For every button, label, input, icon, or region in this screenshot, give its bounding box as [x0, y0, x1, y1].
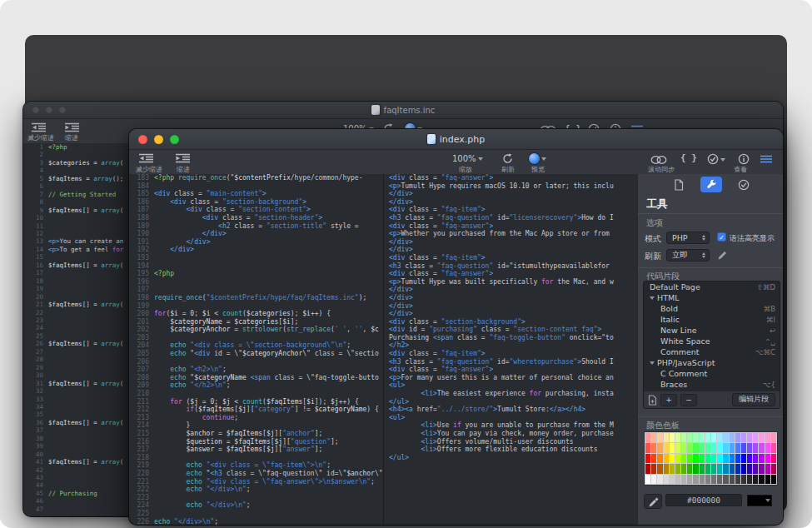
color-swatch[interactable]: [657, 443, 662, 452]
color-swatch[interactable]: [723, 433, 728, 442]
color-swatch[interactable]: [645, 475, 650, 484]
color-swatch[interactable]: [705, 433, 710, 442]
color-swatch[interactable]: [681, 433, 686, 442]
color-swatch[interactable]: [664, 433, 669, 442]
scroll-sync-button[interactable]: [650, 155, 667, 165]
snippet-group[interactable]: HTML: [644, 292, 780, 303]
color-swatch[interactable]: [675, 433, 680, 442]
color-swatch[interactable]: [717, 464, 722, 473]
color-swatch[interactable]: [664, 454, 669, 463]
color-swatch[interactable]: [730, 443, 735, 452]
color-swatch[interactable]: [765, 454, 770, 463]
color-swatch[interactable]: [693, 454, 698, 463]
color-swatch[interactable]: [741, 443, 746, 452]
tab-files[interactable]: [668, 177, 690, 192]
color-swatch[interactable]: [700, 433, 705, 442]
remove-snippet-button[interactable]: −: [680, 394, 697, 406]
color-swatch[interactable]: [723, 475, 728, 484]
titlebar-faqitems[interactable]: faqItems.inc: [23, 102, 783, 119]
color-swatch[interactable]: [711, 475, 716, 484]
color-swatch[interactable]: [747, 433, 752, 442]
color-swatch[interactable]: [753, 433, 758, 442]
color-swatch[interactable]: [705, 443, 710, 452]
color-swatch[interactable]: [693, 443, 698, 452]
color-swatch[interactable]: [711, 443, 716, 452]
hex-color-input[interactable]: [665, 494, 742, 506]
color-swatch[interactable]: [681, 464, 686, 473]
color-swatch[interactable]: [771, 454, 776, 463]
color-swatch[interactable]: [675, 464, 680, 473]
color-swatch[interactable]: [735, 433, 740, 442]
validate-button[interactable]: [707, 153, 725, 165]
highlight-brush-button[interactable]: [717, 250, 728, 261]
snippet-item[interactable]: Comment⌥⌘C: [644, 346, 780, 357]
color-swatch[interactable]: [670, 454, 675, 463]
color-swatch[interactable]: [681, 475, 686, 484]
color-swatch[interactable]: [741, 454, 746, 463]
color-swatch[interactable]: [753, 464, 758, 473]
info-button[interactable]: [738, 153, 750, 165]
color-swatch[interactable]: [651, 464, 656, 473]
syntax-highlight-checkbox[interactable]: ✓: [717, 232, 726, 242]
new-snippet-icon[interactable]: [648, 395, 657, 406]
zoom-button[interactable]: [59, 107, 66, 113]
color-swatch[interactable]: [693, 433, 698, 442]
close-button[interactable]: [32, 107, 39, 113]
outdent-button[interactable]: [139, 153, 154, 163]
color-swatch[interactable]: [687, 464, 692, 473]
minimize-button[interactable]: [46, 107, 52, 113]
color-swatch[interactable]: [645, 443, 650, 452]
color-swatch[interactable]: [670, 475, 675, 484]
color-swatch[interactable]: [700, 475, 705, 484]
titlebar-index-php[interactable]: index.php: [129, 129, 783, 150]
color-swatch[interactable]: [730, 475, 735, 484]
color-swatch[interactable]: [711, 454, 716, 463]
snippet-item[interactable]: Bold⌘B: [644, 303, 780, 314]
color-swatch[interactable]: [651, 443, 656, 452]
color-swatch[interactable]: [759, 454, 764, 463]
color-swatch[interactable]: [730, 433, 735, 442]
snippet-item[interactable]: White Space⌃␣: [644, 336, 780, 346]
color-swatch[interactable]: [753, 475, 758, 484]
color-swatch[interactable]: [735, 443, 740, 452]
close-button[interactable]: [138, 135, 147, 144]
indent-button[interactable]: [176, 153, 191, 163]
color-swatch[interactable]: [687, 475, 692, 484]
color-swatch[interactable]: [657, 454, 662, 463]
zoom-button[interactable]: [170, 135, 179, 144]
color-swatch[interactable]: [645, 454, 650, 463]
disclosure-triangle-icon[interactable]: [650, 296, 655, 302]
color-swatch[interactable]: [693, 475, 698, 484]
color-swatch[interactable]: [735, 475, 740, 484]
snippet-item[interactable]: New Line↩: [644, 325, 780, 336]
color-swatch[interactable]: [681, 443, 686, 452]
color-swatch[interactable]: [723, 464, 728, 473]
color-swatch[interactable]: [717, 433, 722, 442]
braces-button[interactable]: { }: [680, 152, 697, 163]
color-swatch[interactable]: [711, 464, 716, 473]
color-swatch[interactable]: [645, 464, 650, 473]
snippet-item[interactable]: C Comment: [644, 368, 780, 379]
color-swatch[interactable]: [670, 443, 675, 452]
color-swatch[interactable]: [723, 454, 728, 463]
color-swatch[interactable]: [645, 433, 650, 442]
color-swatch[interactable]: [747, 454, 752, 463]
color-swatch[interactable]: [765, 443, 770, 452]
color-swatch[interactable]: [765, 464, 770, 473]
snippet-item[interactable]: Italic⌘I: [644, 314, 780, 325]
color-swatch[interactable]: [670, 433, 675, 442]
color-swatch[interactable]: [651, 433, 656, 442]
color-swatch[interactable]: [670, 464, 675, 473]
color-swatch[interactable]: [700, 443, 705, 452]
color-swatch[interactable]: [747, 475, 752, 484]
color-swatch[interactable]: [651, 475, 656, 484]
color-swatch[interactable]: [741, 475, 746, 484]
color-swatch[interactable]: [730, 464, 735, 473]
color-swatch[interactable]: [705, 454, 710, 463]
color-swatch[interactable]: [693, 464, 698, 473]
color-swatch[interactable]: [759, 475, 764, 484]
color-swatch[interactable]: [753, 454, 758, 463]
code-editor-index-right[interactable]: <div class = "faq-answer"><p>Tumult Hype…: [384, 174, 637, 525]
color-swatch[interactable]: [664, 475, 669, 484]
snippet-list[interactable]: Default Page⇧⌘DHTMLBold⌘BItalic⌘INew Lin…: [644, 281, 780, 391]
